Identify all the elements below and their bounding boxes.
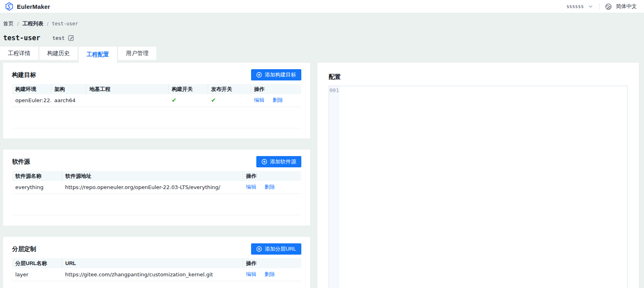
col-layer-url: URL — [62, 258, 243, 268]
col-operations: 操作 — [243, 171, 301, 181]
build-targets-card: 构建目标 添加构建目标 构建环境 架构 地基工程 构建开关 发布开关 — [3, 63, 310, 138]
tab-build-history[interactable]: 构建历史 — [39, 47, 78, 60]
table-row: openEuler:22.... aarch64 ✔ ✔ 编辑 删除 — [12, 94, 301, 107]
col-build-switch: 构建开关 — [168, 84, 208, 94]
build-targets-table: 构建环境 架构 地基工程 构建开关 发布开关 操作 openEuler:22..… — [12, 84, 301, 128]
col-arch: 架构 — [51, 84, 86, 94]
add-build-target-label: 添加构建目标 — [265, 71, 296, 78]
top-bar: EulerMaker ssssss 简体中文 — [0, 0, 644, 13]
chevron-down-icon[interactable] — [588, 4, 593, 9]
add-repo-label: 添加软件源 — [270, 158, 296, 165]
add-repo-button[interactable]: 添加软件源 — [256, 156, 301, 167]
software-repos-card: 软件源 添加软件源 软件源名称 软件源地址 操作 — [3, 150, 310, 226]
cell-build-env: openEuler:22.... — [12, 94, 51, 107]
build-switch-check-icon: ✔ — [172, 97, 177, 104]
table-row: layer https://gitee.com/zhangpanting/cus… — [12, 268, 301, 281]
line-number: 001 — [329, 87, 339, 93]
plus-circle-icon — [262, 159, 267, 165]
cell-layer-name: layer — [12, 268, 62, 281]
table-header-row: 软件源名称 软件源地址 操作 — [12, 171, 301, 181]
config-title: 配置 — [329, 73, 628, 81]
tab-user-management[interactable]: 用户管理 — [118, 47, 156, 60]
tab-label: 工程配置 — [87, 51, 109, 58]
tab-label: 构建历史 — [47, 50, 70, 57]
cell-base-project — [86, 94, 168, 107]
col-base-project: 地基工程 — [86, 84, 168, 94]
delete-build-target-link[interactable]: 删除 — [272, 97, 283, 103]
plus-circle-icon — [256, 72, 262, 78]
breadcrumb-home[interactable]: 首页 — [3, 20, 14, 27]
project-alias: test — [52, 35, 65, 41]
col-operations: 操作 — [251, 84, 301, 94]
title-row: test-user test — [3, 33, 644, 42]
tab-label: 用户管理 — [126, 50, 149, 57]
plus-circle-icon — [256, 246, 262, 252]
layer-customization-title: 分层定制 — [12, 245, 36, 253]
layer-urls-table: 分层URL名称 URL 操作 layer https://gitee.com/z… — [12, 258, 301, 288]
breadcrumb-current: test-user — [52, 21, 78, 27]
empty-table-space — [12, 107, 301, 128]
topbar-right: ssssss 简体中文 — [566, 3, 637, 10]
col-layer-name: 分层URL名称 — [12, 258, 62, 268]
tab-bar: 工程详情 构建历史 工程配置 用户管理 — [0, 47, 644, 60]
editor-content-area[interactable] — [339, 86, 627, 288]
edit-build-target-link[interactable]: 编辑 — [254, 97, 264, 103]
col-repo-url: 软件源地址 — [62, 171, 243, 181]
config-card: 配置 001 — [317, 63, 639, 288]
cell-arch: aarch64 — [51, 94, 86, 107]
add-layer-url-label: 添加分层URL — [265, 245, 296, 253]
edit-alias-icon[interactable] — [68, 35, 74, 41]
main-content: 构建目标 添加构建目标 构建环境 架构 地基工程 构建开关 发布开关 — [0, 63, 644, 288]
breadcrumb-separator: / — [17, 21, 19, 27]
col-build-env: 构建环境 — [12, 84, 51, 94]
divider — [599, 3, 599, 10]
add-layer-url-button[interactable]: 添加分层URL — [251, 243, 301, 255]
software-repos-table: 软件源名称 软件源地址 操作 everything https://repo.o… — [12, 171, 301, 215]
editor-line-number-gutter: 001 — [329, 86, 339, 288]
table-header-row: 构建环境 架构 地基工程 构建开关 发布开关 操作 — [12, 84, 301, 94]
table-header-row: 分层URL名称 URL 操作 — [12, 258, 301, 268]
language-selector[interactable]: 简体中文 — [616, 3, 637, 10]
config-code-editor[interactable]: 001 — [329, 86, 628, 288]
tab-project-detail[interactable]: 工程详情 — [0, 47, 38, 60]
layer-customization-card: 分层定制 添加分层URL 分层URL名称 URL 操作 — [3, 237, 310, 288]
breadcrumb: 首页 / 工程列表 / test-user — [3, 20, 644, 27]
cell-repo-name: everything — [12, 181, 62, 193]
cell-repo-url: https://repo.openeuler.org/openEuler-22.… — [62, 181, 243, 193]
brand[interactable]: EulerMaker — [5, 2, 50, 11]
tab-label: 工程详情 — [8, 50, 31, 57]
delete-layer-link[interactable]: 删除 — [264, 271, 275, 277]
eulermaker-logo-icon — [5, 2, 14, 11]
edit-repo-link[interactable]: 编辑 — [246, 184, 256, 190]
table-row: everything https://repo.openeuler.org/op… — [12, 181, 301, 193]
username-menu[interactable]: ssssss — [566, 4, 584, 9]
empty-table-space — [12, 193, 301, 215]
breadcrumb-separator: / — [47, 21, 49, 27]
page-title: test-user — [3, 34, 40, 42]
add-build-target-button[interactable]: 添加构建目标 — [251, 69, 301, 80]
cell-layer-url: https://gitee.com/zhangpanting/customiza… — [62, 268, 243, 281]
publish-switch-check-icon: ✔ — [211, 97, 216, 104]
left-column: 构建目标 添加构建目标 构建环境 架构 地基工程 构建开关 发布开关 — [3, 63, 310, 288]
brand-name: EulerMaker — [17, 3, 50, 10]
col-operations: 操作 — [243, 258, 301, 268]
breadcrumb-project-list[interactable]: 工程列表 — [22, 20, 43, 27]
empty-table-space — [12, 281, 301, 288]
tab-project-config[interactable]: 工程配置 — [79, 47, 117, 63]
software-repos-title: 软件源 — [12, 158, 30, 166]
edit-layer-link[interactable]: 编辑 — [246, 271, 256, 277]
col-repo-name: 软件源名称 — [12, 171, 62, 181]
globe-icon[interactable] — [605, 3, 612, 10]
build-targets-title: 构建目标 — [12, 71, 36, 79]
delete-repo-link[interactable]: 删除 — [264, 184, 275, 190]
col-publish-switch: 发布开关 — [208, 84, 251, 94]
